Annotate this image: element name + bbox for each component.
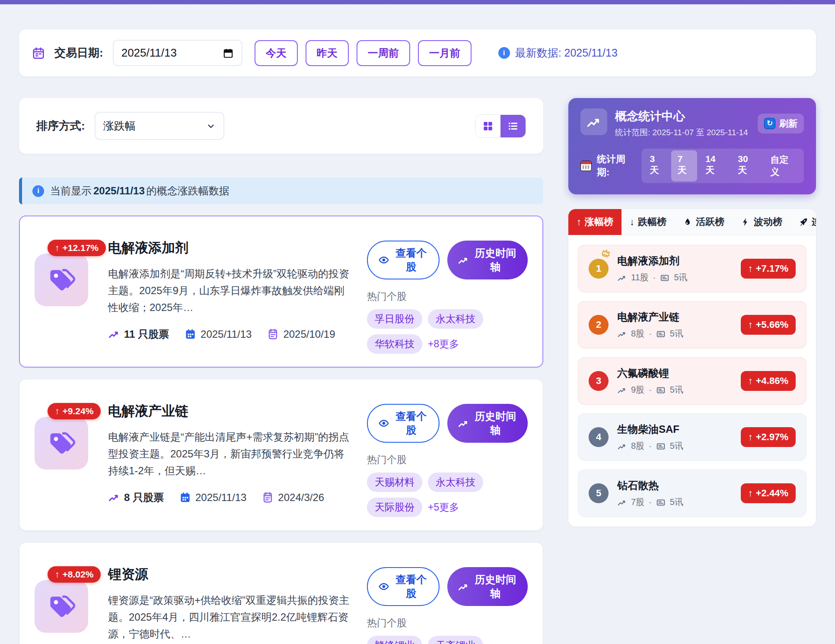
week-ago-button[interactable]: 一周前 [357, 40, 410, 66]
stock-chip[interactable]: 赣锋锂业 [367, 636, 422, 644]
rank-news-count: 5讯 [670, 440, 683, 452]
more-stocks-link[interactable]: +8更多 [428, 337, 459, 351]
concept-card[interactable]: ↑+9.24% 电解液产业链 电解液产业链是“产能出清尾声+需求复苏初期”的拐点… [19, 379, 543, 531]
concept-icon-area: ↑+8.02% [35, 556, 93, 644]
rank-change-value: +2.97% [756, 431, 788, 443]
more-stocks-link[interactable]: +5更多 [428, 501, 459, 514]
rank-item-title: 电解液添加剂 [617, 254, 688, 268]
stock-chip[interactable]: 华软科技 [367, 334, 422, 354]
rank-item[interactable]: 2 电解液产业链 8股 · 5讯 ↑+5.66% [578, 301, 806, 349]
stock-chip[interactable]: 孚日股份 [367, 309, 422, 329]
tab-volatility[interactable]: 波动榜 [733, 209, 790, 235]
concept-description: 锂资源是“政策驱动+供给收缩”双重逻辑共振的投资主题。2025年4月，四川雅江官… [108, 592, 352, 643]
rank-item[interactable]: 4 生物柴油SAF 8股 · 5讯 ↑+2.97% [578, 413, 806, 461]
hot-stocks-label: 热门个股 [367, 290, 528, 303]
concept-body: 电解液添加剂 电解液添加剂是“周期反转+技术升级”双轮驱动的投资主题。2025年… [108, 229, 352, 354]
stock-count: 11 只股票 [108, 327, 169, 341]
view-stocks-button[interactable]: 查看个股 [367, 241, 440, 279]
tab-streak[interactable]: 连涨榜 [790, 209, 816, 235]
view-stocks-button[interactable]: 查看个股 [367, 567, 440, 606]
timeline-button[interactable]: 历史时间轴 [447, 567, 528, 606]
arrow-up-icon: ↑ [55, 569, 60, 580]
date-input[interactable] [113, 40, 242, 66]
stock-chip[interactable]: 永太科技 [428, 309, 483, 329]
view-stocks-label: 查看个股 [394, 246, 428, 274]
timeline-button[interactable]: 历史时间轴 [447, 404, 528, 443]
rank-item[interactable]: 5 钻石散热 7股 · 5讯 ↑+2.44% [578, 470, 806, 517]
rank-change-badge: ↑+2.44% [741, 483, 796, 503]
sort-select[interactable]: 涨跌幅 [95, 112, 224, 140]
rank-item[interactable]: 1 电解液添加剂 11股 · 5讯 ↑+7.1 [578, 245, 806, 292]
stock-chip[interactable]: 天赐材料 [367, 473, 422, 492]
stock-chip[interactable]: 天际股份 [367, 498, 422, 517]
dot-separator: · [649, 497, 652, 507]
concept-body: 锂资源 锂资源是“政策驱动+供给收缩”双重逻辑共振的投资主题。2025年4月，四… [108, 556, 352, 644]
flame-icon [683, 217, 692, 227]
rank-item-body: 电解液产业链 8股 · 5讯 [617, 310, 683, 339]
rank-item-stats: 8股 · 5讯 [617, 440, 683, 452]
rank-item-stats: 9股 · 5讯 [617, 384, 683, 396]
concept-thumbnail [35, 580, 88, 633]
grid-view-button[interactable] [475, 115, 500, 137]
date-input-field[interactable] [121, 46, 208, 60]
banner-date: 2025/11/13 [93, 185, 145, 197]
rank-item[interactable]: 3 六氟磷酸锂 9股 · 5讯 ↑+4.86% [578, 357, 806, 405]
rank-item-stats: 8股 · 5讯 [617, 328, 683, 339]
update-date: 2025/11/13 [185, 328, 252, 340]
today-button[interactable]: 今天 [255, 40, 298, 66]
period-14d-button[interactable]: 14天 [699, 150, 730, 181]
stock-chip[interactable]: 永太科技 [428, 473, 483, 492]
rank-panel: ↑ 涨幅榜 ↓ 跌幅榜 活跃榜 波动榜 [568, 209, 816, 527]
period-3d-button[interactable]: 3天 [643, 150, 669, 181]
arrow-up-icon: ↑ [748, 375, 753, 387]
rank-stock-count: 7股 [631, 496, 644, 508]
refresh-button[interactable]: ↻ 刷新 [758, 114, 804, 133]
list-view-button[interactable] [500, 115, 526, 137]
period-row: 统计周期: 3天 7天 14天 30天 自定义 [580, 149, 804, 183]
concept-card[interactable]: ↑+12.17% 电解液添加剂 电解液添加剂是“周期反转+技术升级”双轮驱动的投… [19, 216, 543, 368]
change-value: +8.02% [63, 569, 94, 580]
yesterday-button[interactable]: 昨天 [306, 40, 349, 66]
stock-count-value: 8 只股票 [124, 491, 164, 504]
chevron-down-icon [206, 121, 216, 131]
bolt-icon [741, 217, 750, 227]
hot-stocks-label: 热门个股 [367, 616, 528, 630]
rank-change-value: +4.86% [756, 375, 788, 387]
rank-number-badge: 3 [589, 371, 609, 391]
rank-change-value: +7.17% [756, 263, 788, 274]
view-stocks-button[interactable]: 查看个股 [367, 404, 440, 443]
rank-stock-count: 9股 [631, 384, 644, 396]
concept-meta: 11 只股票 2025/11/13 2025/10/19 [108, 327, 352, 341]
list-icon [507, 121, 519, 132]
tab-losers[interactable]: ↓ 跌幅榜 [621, 209, 675, 235]
period-7d-button[interactable]: 7天 [671, 150, 697, 181]
timeline-button[interactable]: 历史时间轴 [447, 241, 528, 279]
concept-title: 电解液添加剂 [108, 239, 352, 257]
banner-suffix: 的概念涨跌幅数据 [147, 185, 229, 197]
period-custom-button[interactable]: 自定义 [764, 150, 802, 181]
month-ago-button[interactable]: 一月前 [418, 40, 472, 66]
change-badge: ↑+8.02% [48, 566, 101, 583]
rank-tabs: ↑ 涨幅榜 ↓ 跌幅榜 活跃榜 波动榜 [568, 209, 816, 235]
concept-side: 查看个股 历史时间轴 热门个股 天赐材料 永太科技 天际股份 +5更多 [367, 393, 528, 517]
news-icon [656, 441, 666, 451]
trend-chart-icon [586, 114, 602, 130]
rank-list: 1 电解液添加剂 11股 · 5讯 ↑+7.1 [568, 235, 816, 527]
period-30d-button[interactable]: 30天 [731, 150, 762, 181]
stock-chip[interactable]: 天齐锂业 [428, 636, 483, 644]
arrow-up-icon: ↑ [55, 243, 60, 253]
trend-chart-icon [617, 385, 627, 395]
tab-gainers[interactable]: ↑ 涨幅榜 [568, 209, 621, 235]
rank-item-title: 六氟磷酸锂 [617, 366, 683, 380]
date-picker-icon[interactable] [223, 48, 234, 59]
create-date: 2025/10/19 [267, 328, 335, 340]
update-date-value: 2025/11/13 [195, 492, 246, 504]
current-view-banner: i 当前显示2025/11/13的概念涨跌幅数据 [19, 178, 543, 204]
calendar-blue-icon [185, 328, 196, 340]
tab-active[interactable]: 活跃榜 [675, 209, 733, 235]
concept-card[interactable]: ↑+8.02% 锂资源 锂资源是“政策驱动+供给收缩”双重逻辑共振的投资主题。2… [19, 542, 543, 644]
stats-titles: 概念统计中心 统计范围: 2025-11-07 至 2025-11-14 [615, 108, 748, 138]
arrow-up-icon: ↑ [748, 431, 753, 443]
rank-item-title: 电解液产业链 [617, 310, 683, 324]
rank-stock-count: 8股 [631, 440, 644, 452]
